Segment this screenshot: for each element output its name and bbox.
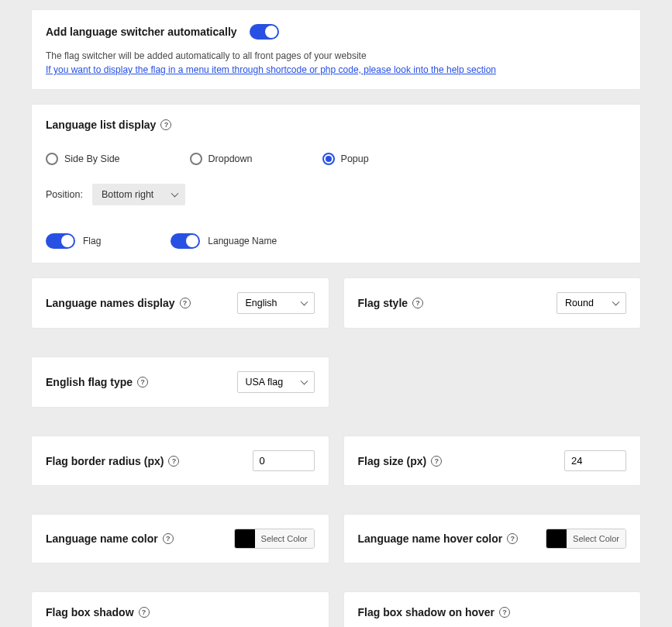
- help-icon[interactable]: [139, 607, 150, 618]
- help-icon[interactable]: [137, 377, 148, 388]
- list-display-card: Language list display Side By Side Dropd…: [31, 104, 641, 264]
- lang-name-color-title: Language name color: [46, 532, 158, 545]
- flag-box-shadow-title: Flag box shadow: [46, 606, 134, 618]
- names-display-select[interactable]: English: [237, 292, 315, 314]
- radio-label: Popup: [341, 153, 369, 164]
- list-display-title: Language list display: [46, 119, 156, 131]
- color-swatch: [235, 529, 255, 548]
- flag-border-radius-input[interactable]: [253, 450, 315, 471]
- language-name-toggle[interactable]: [171, 233, 200, 249]
- color-swatch: [546, 529, 567, 548]
- flag-border-radius-card: Flag border radius (px): [31, 436, 329, 486]
- lang-name-hover-color-card: Language name hover color Select Color: [343, 514, 642, 563]
- help-icon[interactable]: [431, 456, 442, 467]
- radio-dropdown[interactable]: Dropdown: [190, 153, 253, 165]
- lang-name-hover-color-title: Language name hover color: [358, 532, 503, 545]
- help-icon[interactable]: [163, 533, 174, 544]
- switcher-toggle[interactable]: [250, 24, 279, 40]
- help-icon[interactable]: [412, 298, 423, 308]
- flag-size-title: Flag size (px): [358, 455, 427, 467]
- flag-toggle[interactable]: [46, 233, 75, 249]
- radio-label: Side By Side: [64, 153, 120, 164]
- english-flag-type-title: English flag type: [46, 376, 133, 388]
- help-icon[interactable]: [507, 533, 518, 544]
- switcher-title: Add language switcher automatically: [46, 26, 237, 38]
- names-display-card: Language names display English: [31, 277, 329, 329]
- flag-toggle-label: Flag: [83, 236, 101, 246]
- english-flag-type-select[interactable]: USA flag: [237, 371, 315, 393]
- select-color-label: Select Color: [255, 529, 314, 548]
- language-name-toggle-label: Language Name: [208, 236, 277, 246]
- help-icon[interactable]: [180, 298, 191, 308]
- flag-size-card: Flag size (px): [343, 436, 642, 486]
- help-icon[interactable]: [160, 119, 171, 130]
- radio-side-by-side[interactable]: Side By Side: [46, 153, 120, 165]
- lang-name-color-card: Language name color Select Color: [31, 514, 329, 563]
- select-color-label: Select Color: [567, 529, 625, 548]
- radio-popup[interactable]: Popup: [322, 153, 369, 165]
- flag-box-shadow-hover-card: Flag box shadow on hover Shadow H offset…: [343, 591, 642, 627]
- help-icon[interactable]: [168, 456, 179, 467]
- radio-label: Dropdown: [208, 153, 253, 164]
- flag-style-card: Flag style Round: [343, 277, 642, 329]
- lang-name-color-picker[interactable]: Select Color: [234, 529, 315, 549]
- display-radio-group: Side By Side Dropdown Popup: [46, 153, 626, 165]
- lang-name-hover-color-picker[interactable]: Select Color: [546, 529, 626, 549]
- flag-size-input[interactable]: [564, 450, 626, 471]
- position-select[interactable]: Bottom right: [92, 184, 185, 205]
- flag-border-radius-title: Flag border radius (px): [46, 455, 164, 467]
- switcher-card: Add language switcher automatically The …: [31, 9, 641, 90]
- position-label: Position:: [46, 189, 83, 200]
- flag-style-title: Flag style: [358, 297, 408, 309]
- switcher-description: The flag switcher will be added automati…: [46, 50, 626, 61]
- flag-box-shadow-card: Flag box shadow Shadow H offset (px) Sha…: [31, 591, 329, 627]
- flag-style-select[interactable]: Round: [557, 292, 626, 314]
- help-icon[interactable]: [499, 607, 510, 618]
- switcher-help-link[interactable]: If you want to display the flag in a men…: [46, 64, 496, 75]
- flag-box-shadow-hover-title: Flag box shadow on hover: [358, 606, 495, 618]
- english-flag-type-card: English flag type USA flag: [31, 357, 329, 408]
- names-display-title: Language names display: [46, 297, 175, 309]
